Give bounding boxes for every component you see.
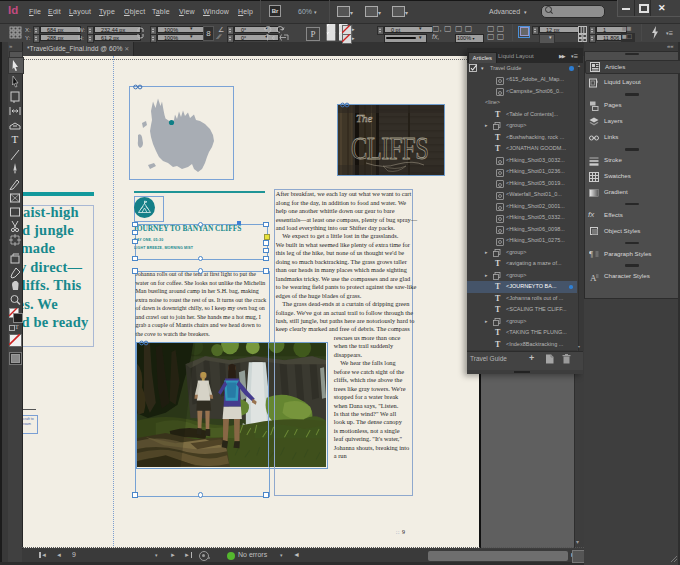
svg-text:A: A bbox=[590, 272, 597, 282]
svg-text:¶: ¶ bbox=[589, 249, 593, 259]
svg-text:CLIFFS: CLIFFS bbox=[351, 130, 428, 166]
svg-text:T: T bbox=[12, 133, 19, 145]
svg-text:The: The bbox=[356, 112, 373, 124]
